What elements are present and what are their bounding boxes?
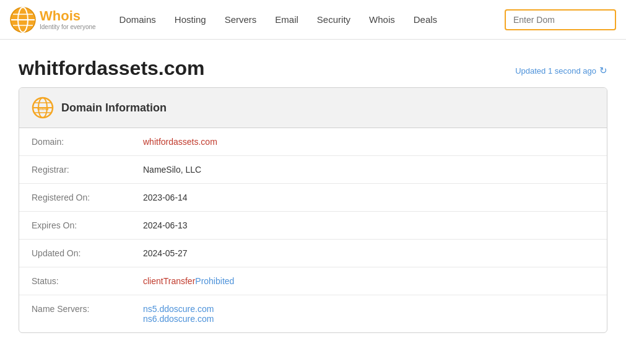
table-row: Registrar: NameSilo, LLC [19,156,607,184]
navbar: Whois Identity for everyone Domains Host… [0,0,626,40]
domain-info-title: Domain Information [61,102,167,115]
nav-item-email[interactable]: Email [266,9,307,30]
status-value: clientTransferProhibited [143,276,234,286]
nameserver-1-link[interactable]: ns5.ddoscure.com [143,304,594,314]
table-row: Registered On: 2023-06-14 [19,184,607,212]
table-row: Name Servers: ns5.ddoscure.com ns6.ddosc… [19,295,607,333]
field-label-registrar: Registrar: [19,156,131,184]
nav-item-servers[interactable]: Servers [216,9,266,30]
logo-icon [10,7,36,33]
field-value-registrar: NameSilo, LLC [131,156,607,184]
field-value-updated-on: 2024-05-27 [131,240,607,267]
logo-tagline: Identity for everyone [40,24,96,30]
table-row: Domain: whitfordassets.com [19,128,607,156]
field-value-status: clientTransferProhibited [131,267,607,295]
field-label-nameservers: Name Servers: [19,295,131,333]
status-prohibited: Prohibited [195,276,234,286]
updated-text: Updated 1 second ago [515,66,596,76]
search-wrap [505,9,616,30]
nameserver-2-link[interactable]: ns6.ddoscure.com [143,314,594,324]
www-icon: www [32,97,54,119]
field-value-expires-on: 2024-06-13 [131,212,607,240]
nav-item-domains[interactable]: Domains [111,9,165,30]
nav-links: Domains Hosting Servers Email Security W… [111,9,505,30]
info-table: Domain: whitfordassets.com Registrar: Na… [19,128,607,332]
field-label-expires-on: Expires On: [19,212,131,240]
field-value-nameservers: ns5.ddoscure.com ns6.ddoscure.com [131,295,607,333]
table-row: Status: clientTransferProhibited [19,267,607,295]
table-row: Expires On: 2024-06-13 [19,212,607,240]
nav-item-security[interactable]: Security [308,9,359,30]
field-label-updated-on: Updated On: [19,240,131,267]
domain-info-header: www Domain Information [19,88,607,128]
nav-item-deals[interactable]: Deals [405,9,446,30]
search-input[interactable] [505,9,616,30]
field-value-registered-on: 2023-06-14 [131,184,607,212]
main-content: whitfordassets.com Updated 1 second ago … [0,40,626,345]
field-label-registered-on: Registered On: [19,184,131,212]
nav-item-whois[interactable]: Whois [360,9,404,30]
domain-info-box: www Domain Information Domain: whitforda… [19,87,607,333]
nav-item-hosting[interactable]: Hosting [166,9,215,30]
table-row: Updated On: 2024-05-27 [19,240,607,267]
logo-link[interactable]: Whois Identity for everyone [10,7,96,33]
field-label-status: Status: [19,267,131,295]
logo-text: Whois [40,9,96,24]
svg-text:www: www [37,106,49,111]
domain-value-link[interactable]: whitfordassets.com [143,137,217,147]
refresh-icon[interactable]: ↻ [599,65,607,76]
field-value-domain: whitfordassets.com [131,128,607,156]
field-label-domain: Domain: [19,128,131,156]
